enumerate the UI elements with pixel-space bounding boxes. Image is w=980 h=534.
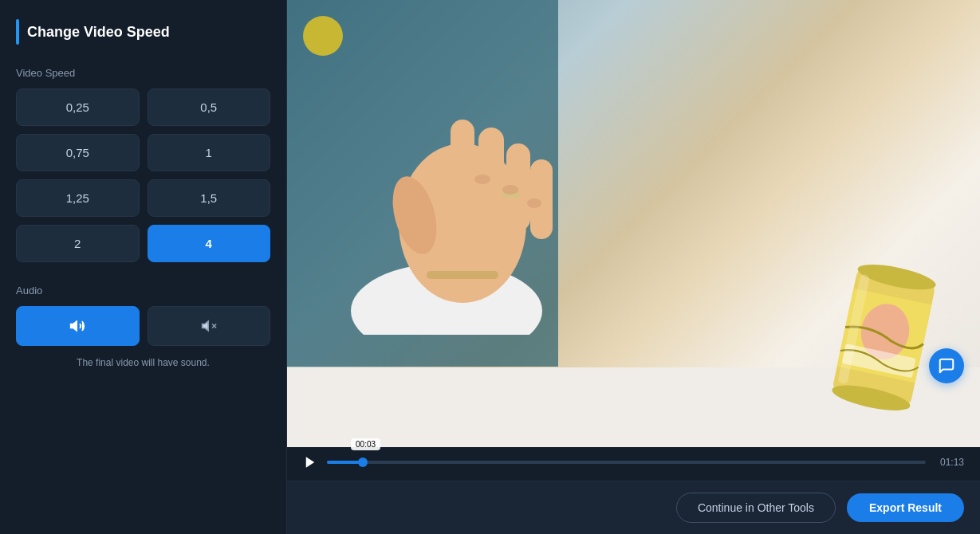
svg-point-13 — [474, 175, 490, 184]
continue-other-tools-button[interactable]: Continue in Other Tools — [676, 493, 836, 523]
speed-btn-125[interactable]: 1,25 — [16, 179, 140, 217]
title-accent-bar — [16, 19, 19, 45]
svg-marker-1 — [202, 321, 207, 331]
play-icon — [303, 455, 317, 469]
audio-note: The final video will have sound. — [16, 357, 270, 368]
video-speed-label: Video Speed — [16, 67, 270, 79]
speed-grid: 0,25 0,5 0,75 1 1,25 1,5 2 4 — [16, 88, 270, 262]
chat-icon — [938, 357, 955, 375]
speed-btn-4[interactable]: 4 — [148, 225, 271, 262]
svg-marker-23 — [306, 457, 315, 468]
time-tooltip: 00:03 — [351, 438, 380, 450]
bottom-bar: Continue in Other Tools Export Result — [287, 481, 980, 534]
progress-fill — [327, 461, 363, 464]
shelf-item — [303, 16, 343, 56]
audio-label: Audio — [16, 285, 270, 296]
time-end: 01:13 — [935, 457, 964, 468]
video-frame — [287, 0, 980, 447]
can-visual — [828, 256, 940, 415]
left-panel: Change Video Speed Video Speed 0,25 0,5 … — [0, 0, 287, 534]
video-area — [287, 0, 980, 447]
controls-bar: 00:03 01:13 — [287, 447, 980, 481]
speed-btn-2[interactable]: 2 — [16, 225, 140, 262]
speaker-icon — [69, 318, 85, 334]
svg-marker-0 — [71, 321, 77, 331]
speed-btn-05[interactable]: 0,5 — [148, 88, 271, 126]
progress-row: 00:03 01:13 — [303, 455, 964, 469]
svg-point-15 — [527, 198, 541, 208]
audio-grid — [16, 306, 270, 346]
audio-sound-on-btn[interactable] — [16, 306, 140, 346]
progress-thumb — [358, 457, 368, 467]
speed-btn-075[interactable]: 0,75 — [16, 134, 140, 171]
svg-rect-9 — [451, 120, 474, 219]
right-panel: 00:03 01:13 Continue in Other Tools Expo… — [287, 0, 980, 534]
speed-btn-15[interactable]: 1,5 — [148, 179, 271, 217]
chat-bubble-btn[interactable] — [929, 348, 964, 383]
audio-mute-btn[interactable] — [148, 306, 271, 346]
panel-title: Change Video Speed — [27, 24, 170, 41]
audio-section: Audio The final video will have sound. — [16, 285, 270, 368]
panel-title-wrapper: Change Video Speed — [16, 19, 270, 45]
mute-icon — [201, 318, 217, 334]
speed-btn-025[interactable]: 0,25 — [16, 88, 140, 126]
export-result-button[interactable]: Export Result — [847, 493, 964, 522]
progress-track[interactable]: 00:03 — [327, 461, 926, 464]
speed-btn-1[interactable]: 1 — [148, 134, 271, 171]
hand-visual — [351, 48, 574, 335]
svg-point-14 — [502, 185, 518, 194]
svg-rect-11 — [427, 271, 498, 279]
play-button[interactable] — [303, 455, 317, 469]
